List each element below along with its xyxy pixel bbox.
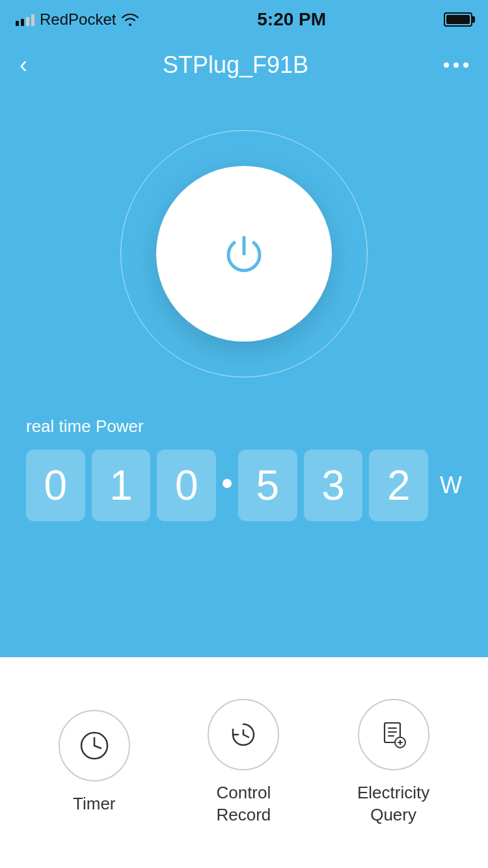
timer-icon-circle — [59, 710, 130, 781]
status-left: RedPocket — [16, 10, 139, 29]
electricity-icon — [377, 718, 411, 752]
svg-line-4 — [243, 735, 249, 737]
more-dot-3 — [463, 62, 468, 68]
digit-box-3: 5 — [238, 450, 297, 521]
status-time: 5:20 PM — [257, 9, 326, 30]
svg-line-2 — [94, 746, 101, 748]
power-ring — [120, 130, 368, 377]
header: ‹ STPlug_F91B — [0, 39, 488, 91]
wifi-icon — [121, 13, 139, 26]
main-area: real time Power 010532W — [0, 91, 488, 657]
battery-fill — [446, 15, 470, 24]
more-dot-1 — [444, 62, 449, 68]
carrier-name: RedPocket — [40, 10, 116, 29]
tab-control-record[interactable]: ControlRecord — [208, 699, 279, 826]
electricity-query-icon-circle — [358, 699, 429, 770]
tab-timer[interactable]: Timer — [59, 710, 130, 815]
digit-box-5: 2 — [369, 450, 428, 521]
power-button[interactable] — [156, 166, 332, 342]
status-right — [444, 12, 472, 27]
digit-value-3: 5 — [256, 461, 280, 509]
status-bar: RedPocket 5:20 PM — [0, 0, 488, 39]
digit-value-4: 3 — [321, 461, 345, 509]
more-button[interactable] — [444, 62, 468, 68]
power-reading-section: real time Power 010532W — [0, 416, 488, 521]
digit-box-2: 0 — [157, 450, 216, 521]
power-icon — [215, 224, 273, 283]
digit-value-2: 0 — [175, 461, 198, 509]
battery-icon — [444, 12, 472, 27]
clock-icon — [77, 729, 111, 763]
page-title: STPlug_F91B — [163, 51, 308, 79]
digit-value-0: 0 — [44, 461, 68, 509]
digits-row: 010532W — [26, 450, 462, 521]
timer-label: Timer — [73, 793, 115, 815]
control-record-icon-circle — [208, 699, 279, 770]
tab-electricity-query[interactable]: ElectricityQuery — [357, 699, 429, 826]
power-unit: W — [440, 472, 462, 499]
bottom-tabs: Timer ControlRecord Electricity — [0, 657, 488, 868]
decimal-dot — [223, 479, 232, 488]
power-label: real time Power — [26, 416, 462, 437]
more-dot-2 — [454, 62, 459, 68]
digit-value-1: 1 — [109, 461, 133, 509]
digit-value-5: 2 — [387, 461, 411, 509]
control-record-label: ControlRecord — [216, 782, 271, 826]
digit-box-1: 1 — [92, 450, 151, 521]
history-icon — [226, 718, 260, 752]
signal-bars-icon — [16, 13, 34, 26]
back-button[interactable]: ‹ — [20, 51, 27, 79]
digit-box-4: 3 — [304, 450, 363, 521]
digit-box-0: 0 — [26, 450, 85, 521]
electricity-query-label: ElectricityQuery — [357, 782, 429, 826]
